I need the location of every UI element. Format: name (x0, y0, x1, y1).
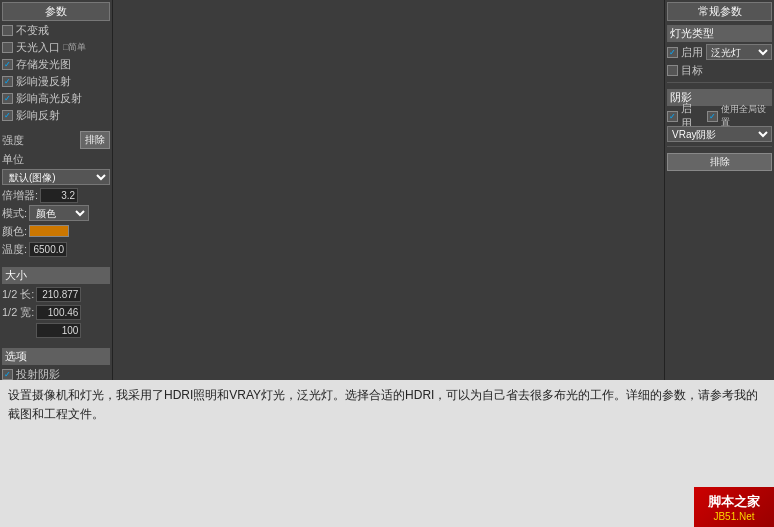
target-row: 目标 (667, 62, 772, 78)
shadow-global-checkbox[interactable] (707, 111, 718, 122)
intensity-label: 强度 (2, 133, 24, 148)
unit-label: 单位 (2, 152, 24, 167)
affect-spec-checkbox[interactable] (2, 93, 13, 104)
color-swatch[interactable] (29, 225, 69, 237)
affect-spec-row: 影响高光反射 (2, 91, 110, 106)
shadow-enable-checkbox[interactable] (667, 111, 678, 122)
affect-diffuse-label: 影响漫反射 (16, 74, 71, 89)
options-header: 选项 (2, 348, 110, 365)
enable-light-label: 启用 (681, 45, 703, 60)
multiplier-row: 倍增器: (2, 187, 110, 203)
multiplier-label: 倍增器: (2, 188, 38, 203)
right-panel-title: 常规参数 (667, 2, 772, 21)
no-change-checkbox[interactable] (2, 25, 13, 36)
bottom-section: 设置摄像机和灯光，我采用了HDRI照明和VRAY灯光，泛光灯。选择合适的HDRI… (0, 380, 774, 527)
affect-reflect-label: 影响反射 (16, 108, 60, 123)
temperature-input[interactable] (29, 242, 67, 257)
half-length-input[interactable] (36, 287, 81, 302)
left-panel-title: 参数 (2, 2, 110, 21)
right-exclude-button[interactable]: 排除 (667, 153, 772, 171)
half-height-input[interactable] (36, 323, 81, 338)
target-label: 目标 (681, 63, 703, 78)
shadow-type-row: VRay阴影 (667, 126, 772, 142)
sky-light-label: 天光入口 (16, 40, 60, 55)
enable-light-row: 启用 泛光灯 (667, 44, 772, 60)
sky-light-checkbox[interactable] (2, 42, 13, 53)
affect-diffuse-checkbox[interactable] (2, 76, 13, 87)
enable-light-checkbox[interactable] (667, 47, 678, 58)
mode-label: 模式: (2, 206, 27, 221)
half-height-row: 1/2 高: (2, 322, 110, 338)
affect-reflect-checkbox[interactable] (2, 110, 13, 121)
affect-reflect-row: 影响反射 (2, 108, 110, 123)
half-width-row: 1/2 宽: (2, 304, 110, 320)
intensity-row: 强度 排除 (2, 131, 110, 149)
half-length-row: 1/2 长: (2, 286, 110, 302)
sky-light-row: 天光入口 □简单 (2, 40, 110, 55)
store-gi-label: 存储发光图 (16, 57, 71, 72)
right-divider-1 (667, 82, 772, 83)
no-change-row: 不变戒 (2, 23, 110, 38)
unit-row: 单位 (2, 151, 110, 167)
mode-row: 模式: 颜色 (2, 205, 110, 221)
light-type-select[interactable]: 泛光灯 (706, 44, 772, 60)
shadow-type-select[interactable]: VRay阴影 (667, 126, 772, 142)
affect-spec-label: 影响高光反射 (16, 91, 82, 106)
logo-line1: 脚本之家 (708, 493, 760, 511)
no-change-label: 不变戒 (16, 23, 49, 38)
half-width-input[interactable] (36, 305, 81, 320)
multiplier-input[interactable] (40, 188, 78, 203)
exclude-button[interactable]: 排除 (80, 131, 110, 149)
half-width-label: 1/2 宽: (2, 305, 34, 320)
half-length-label: 1/2 长: (2, 287, 34, 302)
size-header: 大小 (2, 267, 110, 284)
bottom-logo: 脚本之家 JB51.Net (694, 487, 774, 527)
mode-select[interactable]: 颜色 (29, 205, 89, 221)
unit-select[interactable]: 默认(图像) (2, 169, 110, 185)
logo-line2: JB51.Net (713, 511, 754, 522)
target-checkbox[interactable] (667, 65, 678, 76)
right-panel: 常规参数 灯光类型 启用 泛光灯 目标 阴影 启用 使用全局设置 (664, 0, 774, 380)
store-gi-row: 存储发光图 (2, 57, 110, 72)
description-text: 设置摄像机和灯光，我采用了HDRI照明和VRAY灯光，泛光灯。选择合适的HDRI… (8, 386, 766, 424)
simple-label: □简单 (63, 41, 86, 54)
unit-select-row: 默认(图像) (2, 169, 110, 185)
store-gi-checkbox[interactable] (2, 59, 13, 70)
light-type-header: 灯光类型 (667, 25, 772, 42)
shadow-enable-row: 启用 使用全局设置 (667, 108, 772, 124)
temperature-row: 温度: (2, 241, 110, 257)
temperature-label: 温度: (2, 242, 27, 257)
viewport-wrapper: Microsoft (113, 0, 664, 380)
top-section: 参数 不变戒 天光入口 □简单 存储发光图 影响漫反射 影响高光反射 (0, 0, 774, 380)
main-container: 参数 不变戒 天光入口 □简单 存储发光图 影响漫反射 影响高光反射 (0, 0, 774, 527)
color-row: 颜色: (2, 223, 110, 239)
color-label: 颜色: (2, 224, 27, 239)
right-divider-2 (667, 146, 772, 147)
affect-diffuse-row: 影响漫反射 (2, 74, 110, 89)
left-panel: 参数 不变戒 天光入口 □简单 存储发光图 影响漫反射 影响高光反射 (0, 0, 113, 380)
cast-shadows-checkbox[interactable] (2, 369, 13, 380)
